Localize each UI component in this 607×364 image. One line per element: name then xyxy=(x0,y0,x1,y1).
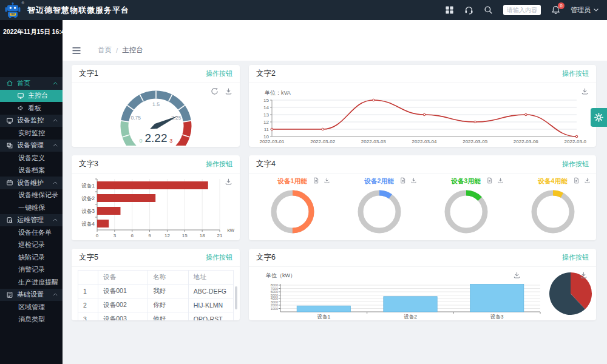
svg-text:12: 12 xyxy=(263,120,269,125)
svg-text:设备2: 设备2 xyxy=(81,195,95,201)
card-action-button[interactable]: 操作按钮 xyxy=(562,253,589,262)
sidebar-menu: 首页主控台看板设备监控实时监控设备管理设备定义设备档案设备维护设备维保记录一键维… xyxy=(0,77,63,326)
donut-title: 设备4用能 xyxy=(538,177,568,185)
download-icon[interactable] xyxy=(513,271,521,279)
download-icon[interactable] xyxy=(581,87,589,95)
sidebar-item-label: 区域管理 xyxy=(18,303,63,312)
chevron-down-icon xyxy=(594,8,599,12)
sidebar-item[interactable]: 一键维保 xyxy=(0,201,63,214)
download-icon[interactable] xyxy=(225,178,232,186)
sidebar-item[interactable]: 运维管理 xyxy=(0,214,63,227)
search-icon[interactable] xyxy=(484,5,493,15)
device-icon xyxy=(6,142,13,149)
document-icon[interactable] xyxy=(399,177,406,184)
ops-icon xyxy=(6,217,13,224)
user-menu[interactable]: 管理员 xyxy=(571,5,599,15)
notifications[interactable]: 0 xyxy=(551,5,560,15)
svg-text:2022-03-04: 2022-03-04 xyxy=(412,139,437,144)
apps-grid-icon[interactable] xyxy=(445,5,454,15)
download-icon[interactable] xyxy=(324,177,330,184)
document-icon[interactable] xyxy=(573,177,580,184)
content-header: 首页 / 主控台 xyxy=(63,20,607,61)
svg-text:15: 15 xyxy=(263,98,269,103)
table-cell: ABC-DEFG xyxy=(188,285,233,298)
sidebar-item-label: 看板 xyxy=(28,104,63,113)
sidebar-item[interactable]: 设备维护 xyxy=(0,177,63,189)
sidebar-item[interactable]: 设备管理 xyxy=(0,140,63,152)
sidebar: 2022年11月15日 16:44:13 首页主控台看板设备监控实时监控设备管理… xyxy=(0,20,63,364)
table-row[interactable]: 3设备003他好OPQ-RST xyxy=(78,312,234,321)
card-action-button[interactable]: 操作按钮 xyxy=(206,69,232,78)
svg-text:14: 14 xyxy=(263,105,269,110)
download-icon[interactable] xyxy=(580,271,588,279)
sidebar-item-label: 首页 xyxy=(17,79,53,88)
console-icon xyxy=(17,92,24,99)
hamburger-menu-icon[interactable] xyxy=(72,47,81,55)
table-header-row: 设备名称地址 xyxy=(78,271,234,285)
svg-text:2022-03-06: 2022-03-06 xyxy=(514,139,538,144)
download-icon[interactable] xyxy=(584,177,591,184)
sidebar-item[interactable]: 主控台 xyxy=(0,90,63,103)
search-input[interactable] xyxy=(503,5,541,15)
card-action-button[interactable]: 操作按钮 xyxy=(206,253,232,262)
svg-text:15: 15 xyxy=(182,233,188,238)
line-chart: 1011121314152022-03-012022-03-022022-03-… xyxy=(254,96,586,145)
breadcrumb-separator: / xyxy=(116,47,118,54)
sidebar-item[interactable]: 设备定义 xyxy=(0,152,63,164)
table-row[interactable]: 2设备002你好HIJ-KLMN xyxy=(78,298,234,312)
download-icon[interactable] xyxy=(497,177,504,184)
table-cell: 设备003 xyxy=(98,312,148,321)
sidebar-item[interactable]: 设备档案 xyxy=(0,164,63,177)
download-icon[interactable] xyxy=(225,87,232,95)
svg-text:设备1: 设备1 xyxy=(317,314,330,320)
sidebar-item[interactable]: 基础设置 xyxy=(0,289,63,302)
sidebar-item[interactable]: 实时监控 xyxy=(0,127,63,140)
sidebar-item-label: 设备档案 xyxy=(18,166,63,175)
card-action-button[interactable]: 操作按钮 xyxy=(206,160,232,169)
donut-ring xyxy=(259,185,326,237)
monitor-icon xyxy=(6,117,13,124)
table-scrollbar[interactable] xyxy=(235,286,237,309)
sidebar-item[interactable]: 生产进度提醒 xyxy=(0,276,63,289)
table-header-cell: 名称 xyxy=(148,271,189,285)
table-row[interactable]: 1设备001我好ABC-DEFG xyxy=(78,285,234,298)
card-action-button[interactable]: 操作按钮 xyxy=(562,160,589,169)
donut-ring xyxy=(433,185,500,237)
sidebar-item[interactable]: 区域管理 xyxy=(0,301,63,314)
breadcrumb-home[interactable]: 首页 xyxy=(98,46,112,55)
svg-text:3: 3 xyxy=(114,233,117,238)
table-header-cell: 地址 xyxy=(188,271,233,285)
sidebar-item[interactable]: 缺陷记录 xyxy=(0,251,63,264)
sidebar-item[interactable]: 巡检记录 xyxy=(0,239,63,252)
sidebar-item[interactable]: 看板 xyxy=(0,102,63,115)
sidebar-item-label: 巡检记录 xyxy=(18,240,63,249)
chevron-up-icon xyxy=(53,181,58,184)
sidebar-item[interactable]: 消息类型 xyxy=(0,314,63,326)
sidebar-item-label: 消警记录 xyxy=(18,265,63,274)
table-header-cell: 设备 xyxy=(98,271,148,285)
sidebar-item[interactable]: 设备任务单 xyxy=(0,226,63,239)
notification-badge: 0 xyxy=(558,2,565,9)
user-label: 管理员 xyxy=(571,5,591,15)
card-title: 文字3 xyxy=(79,159,98,169)
headset-icon[interactable] xyxy=(464,5,473,15)
sidebar-item[interactable]: 设备维保记录 xyxy=(0,189,63,202)
sidebar-item[interactable]: 消警记录 xyxy=(0,264,63,277)
card-title: 文字4 xyxy=(256,159,276,169)
card-text3: 文字3 操作按钮 036912151821kW设备1设备2设备3设备4 xyxy=(72,155,240,240)
document-icon[interactable] xyxy=(313,177,319,184)
chevron-up-icon xyxy=(53,218,58,221)
refresh-icon[interactable] xyxy=(211,87,219,95)
document-icon[interactable] xyxy=(486,177,493,184)
sidebar-item[interactable]: 设备监控 xyxy=(0,115,63,127)
card-action-button[interactable]: 操作按钮 xyxy=(562,69,589,78)
download-icon[interactable] xyxy=(410,177,417,184)
sidebar-item[interactable]: 首页 xyxy=(0,77,63,90)
donut-chart: 设备3用能 xyxy=(422,177,509,240)
hbar-chart: 036912151821kW设备1设备2设备3设备4 xyxy=(74,176,236,240)
table-cell: OPQ-RST xyxy=(188,312,233,321)
chevron-up-icon xyxy=(53,144,58,147)
settings-gear-button[interactable] xyxy=(591,108,607,127)
svg-text:3000: 3000 xyxy=(271,300,278,304)
donut-title: 设备3用能 xyxy=(452,177,481,185)
